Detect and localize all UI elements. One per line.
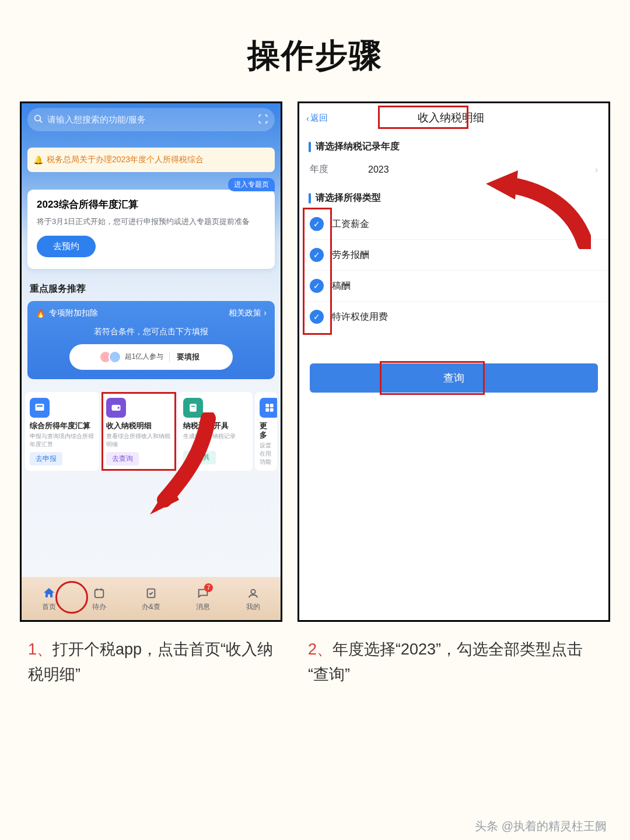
search-icon bbox=[33, 114, 44, 126]
query-label: 查询 bbox=[443, 371, 464, 385]
tile-button[interactable]: 去开具 bbox=[183, 451, 216, 464]
type-label: 工资薪金 bbox=[332, 218, 369, 230]
panels-row: 请输入想搜索的功能/服务 🔔 税务总局关于办理2023年度个人所得税综合 进入专… bbox=[0, 78, 630, 622]
type-label: 特许权使用费 bbox=[332, 311, 388, 323]
doc-icon bbox=[183, 398, 203, 418]
svg-rect-10 bbox=[266, 408, 270, 411]
card-desc: 将于3月1日正式开始，您可进行申报预约或进入专题页提前准备 bbox=[37, 216, 265, 228]
avatar-group bbox=[103, 351, 121, 363]
tile-income-tax-detail[interactable]: 收入纳税明细 查看综合所得收入和纳税明细 去查询 bbox=[102, 392, 176, 471]
tile-more[interactable]: 更多 设置在用功能 bbox=[255, 392, 277, 471]
home-icon bbox=[41, 586, 57, 601]
nav-label: 待办 bbox=[92, 602, 106, 612]
checkmark-icon: ✓ bbox=[310, 248, 324, 262]
year-selector[interactable]: 年度 2023 › bbox=[299, 155, 608, 184]
svg-rect-11 bbox=[270, 408, 274, 411]
right-screenshot: ‹ 返回 收入纳税明细 请选择纳税记录年度 年度 2023 › 请选择所得类型 … bbox=[298, 102, 610, 622]
policy-link[interactable]: 相关政策 › bbox=[229, 308, 267, 318]
tile-button[interactable]: 去申报 bbox=[30, 452, 62, 466]
checkbox-service[interactable]: ✓ 劳务报酬 bbox=[299, 240, 608, 271]
header: ‹ 返回 收入纳税明细 bbox=[299, 103, 608, 132]
nav-label: 办&查 bbox=[142, 602, 160, 612]
policy-label: 相关政策 bbox=[229, 308, 261, 317]
section-header-type: 请选择所得类型 bbox=[299, 184, 608, 206]
participant-count: 超1亿人参与 bbox=[125, 352, 164, 362]
caption-2: 2、年度选择“2023”，勾选全部类型点击“查询” bbox=[308, 637, 600, 687]
tile-title: 纳税记录开具 bbox=[183, 421, 248, 430]
svg-rect-7 bbox=[191, 405, 195, 407]
nav-services[interactable]: 办&查 bbox=[142, 586, 160, 612]
nav-label: 我的 bbox=[246, 602, 260, 612]
announcement-bar[interactable]: 🔔 税务总局关于办理2023年度个人所得税综合 bbox=[27, 148, 275, 172]
svg-rect-6 bbox=[190, 404, 197, 411]
nav-messages[interactable]: 7 消息 bbox=[195, 586, 211, 612]
caption-1: 1、打开个税app，点击首页“收入纳税明细” bbox=[28, 637, 285, 687]
query-button[interactable]: 查询 bbox=[310, 363, 598, 393]
grid-icon bbox=[260, 398, 277, 418]
user-icon bbox=[246, 586, 261, 601]
checkmark-icon: ✓ bbox=[310, 310, 324, 324]
avatar bbox=[108, 351, 121, 363]
highlight-circle bbox=[55, 581, 88, 614]
search-placeholder: 请输入想搜索的功能/服务 bbox=[47, 114, 146, 125]
tile-annual-settlement[interactable]: 综合所得年度汇算 申报与查询境内综合所得年度汇算 去申报 bbox=[25, 392, 99, 471]
nav-label: 首页 bbox=[42, 602, 56, 612]
nav-home[interactable]: 首页 bbox=[41, 586, 57, 612]
svg-rect-2 bbox=[36, 404, 44, 411]
year-label: 年度 bbox=[310, 163, 351, 176]
search-bar[interactable]: 请输入想搜索的功能/服务 bbox=[27, 108, 275, 131]
card-title: 2023综合所得年度汇算 bbox=[37, 198, 265, 211]
go-topic-tag[interactable]: 进入专题页 bbox=[228, 178, 275, 191]
nav-mine[interactable]: 我的 bbox=[246, 586, 261, 612]
svg-marker-15 bbox=[150, 482, 179, 514]
want-fill-label: 要填报 bbox=[169, 352, 200, 362]
type-label: 稿酬 bbox=[332, 280, 351, 292]
tile-tax-record[interactable]: 纳税记录开具 生成或查看纳税记录 去开具 bbox=[178, 392, 253, 471]
svg-rect-12 bbox=[95, 589, 104, 597]
tile-desc: 设置在用功能 bbox=[260, 442, 272, 466]
svg-rect-9 bbox=[270, 404, 274, 407]
reserve-button[interactable]: 去预约 bbox=[37, 236, 96, 257]
doc-check-icon bbox=[144, 586, 159, 601]
scan-icon[interactable] bbox=[257, 113, 269, 127]
svg-point-0 bbox=[35, 115, 41, 121]
svg-rect-8 bbox=[266, 404, 270, 407]
page-title: 操作步骤 bbox=[0, 0, 630, 78]
captions: 1、打开个税app，点击首页“收入纳税明细” 2、年度选择“2023”，勾选全部… bbox=[0, 622, 630, 687]
nav-todo[interactable]: 待办 bbox=[92, 586, 107, 612]
bottom-nav: 首页 待办 办&查 7 消息 bbox=[22, 577, 281, 620]
special-deduction-label: 专项附加扣除 bbox=[49, 308, 98, 318]
tile-desc: 申报与查询境内综合所得年度汇算 bbox=[30, 432, 94, 449]
svg-point-5 bbox=[118, 407, 120, 408]
checkbox-manuscript[interactable]: ✓ 稿酬 bbox=[299, 271, 608, 302]
svg-point-14 bbox=[251, 589, 255, 593]
section-title-recommend: 重点服务推荐 bbox=[30, 283, 272, 295]
checkbox-royalty[interactable]: ✓ 特许权使用费 bbox=[299, 302, 608, 332]
screen-title: 收入纳税明细 bbox=[300, 110, 601, 125]
checkmark-icon: ✓ bbox=[310, 279, 324, 293]
announcement-text: 税务总局关于办理2023年度个人所得税综合 bbox=[47, 155, 204, 165]
chevron-right-icon: › bbox=[264, 308, 267, 317]
income-type-list: ✓ 工资薪金 ✓ 劳务报酬 ✓ 稿酬 ✓ 特许权使用费 bbox=[299, 206, 608, 337]
watermark: 头条 @执着的精灵柱王阙 bbox=[475, 818, 607, 834]
chevron-right-icon: › bbox=[595, 164, 598, 175]
tile-desc: 生成或查看纳税记录 bbox=[183, 432, 248, 447]
tile-title: 更多 bbox=[260, 421, 272, 440]
badge: 7 bbox=[204, 583, 213, 592]
section-header-year: 请选择纳税记录年度 bbox=[299, 132, 608, 155]
tile-button[interactable]: 去查询 bbox=[106, 452, 139, 466]
tile-title: 综合所得年度汇算 bbox=[30, 421, 94, 430]
checkbox-salary[interactable]: ✓ 工资薪金 bbox=[299, 209, 608, 240]
special-deduction-card: 🔥 专项附加扣除 相关政策 › 若符合条件，您可点击下方填报 超1亿人参与 要填… bbox=[27, 301, 275, 379]
bell-icon: 🔔 bbox=[33, 155, 43, 164]
annual-settlement-card: 进入专题页 2023综合所得年度汇算 将于3月1日正式开始，您可进行申报预约或进… bbox=[27, 190, 275, 269]
calc-icon bbox=[30, 398, 50, 418]
participant-pill[interactable]: 超1亿人参与 要填报 bbox=[69, 344, 233, 370]
svg-rect-3 bbox=[37, 405, 43, 407]
tile-desc: 查看综合所得收入和纳税明细 bbox=[106, 432, 171, 449]
tile-title: 收入纳税明细 bbox=[106, 421, 171, 430]
year-value: 2023 bbox=[368, 164, 389, 175]
highlight-box bbox=[380, 361, 485, 395]
flame-icon: 🔥 bbox=[36, 309, 46, 318]
svg-line-1 bbox=[40, 120, 42, 123]
